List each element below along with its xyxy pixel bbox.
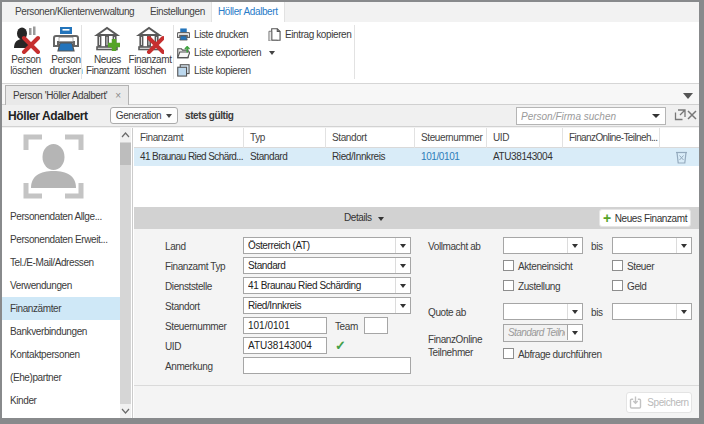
copy-entry-icon	[268, 28, 281, 41]
liste-exportieren-button[interactable]: Liste exportieren	[177, 45, 275, 60]
quote-von-select[interactable]	[503, 303, 583, 320]
close-panel-icon[interactable]	[686, 109, 699, 122]
dienststelle-select[interactable]: 41 Braunau Ried Schärding	[243, 277, 411, 294]
liste-drucken-label: Liste drucken	[194, 29, 248, 40]
ribbon-tab-strip: Personen/Klientenverwaltung Einstellunge…	[2, 2, 699, 22]
finanzamt-loeschen-label-2: löschen	[127, 66, 173, 77]
label-finanzonline-line2: Teilnehmer	[428, 347, 473, 358]
document-tab-strip: Person 'Höller Adalbert' ×	[2, 84, 699, 105]
details-chevron-icon	[378, 217, 384, 221]
ribbon-tab-hoeller-adalbert[interactable]: Höller Adalbert	[211, 2, 285, 22]
label-steuernummer: Steuernummer	[165, 321, 226, 332]
search-input[interactable]	[521, 108, 649, 124]
sidebar-item-kinder[interactable]: Kinder	[2, 389, 121, 412]
vollmacht-bis-select[interactable]	[612, 237, 692, 254]
sidebar-item-finanzaemter[interactable]: Finanzämter	[2, 297, 121, 320]
column-header-finanzonline[interactable]: FinanzOnline-Teilneh...	[563, 128, 660, 148]
scroll-down-icon[interactable]	[120, 404, 131, 418]
scrollbar-thumb[interactable]	[120, 143, 131, 165]
ribbon-tab-einstellungen[interactable]: Einstellungen	[144, 2, 211, 22]
chevron-down-icon	[395, 298, 410, 313]
print-icon	[177, 28, 190, 41]
geld-checkbox[interactable]	[612, 280, 623, 291]
sidebar-item-personendaten-erweitert[interactable]: Personendaten Erweit...	[2, 228, 121, 251]
speichern-button[interactable]: Speichern	[626, 392, 692, 413]
ribbon-group-separator	[173, 25, 174, 79]
column-header-typ[interactable]: Typ	[244, 128, 326, 148]
bank-add-icon	[94, 26, 122, 54]
search-chevron-icon[interactable]	[652, 114, 660, 118]
anmerkung-input[interactable]	[243, 357, 411, 374]
quote-von-value	[508, 305, 565, 318]
scroll-up-icon[interactable]	[120, 128, 131, 142]
steuer-checkbox[interactable]	[612, 260, 623, 271]
column-header-uid[interactable]: UID	[487, 128, 563, 148]
sidebar: Personendaten Allge... Personendaten Erw…	[2, 128, 133, 418]
content-panel: Finanzamt Typ Standort Steuernummer UID …	[134, 128, 699, 418]
chevron-down-icon	[166, 114, 172, 118]
generation-button[interactable]: Generation	[110, 107, 178, 124]
eintrag-kopieren-button[interactable]: Eintrag kopieren	[268, 27, 351, 42]
person-loeschen-button[interactable]: Person löschen	[6, 24, 46, 82]
land-select[interactable]: Österreich (AT)	[243, 237, 411, 254]
eintrag-kopieren-label: Eintrag kopieren	[285, 29, 351, 40]
label-team: Team	[335, 321, 358, 332]
abfrage-checkbox[interactable]	[503, 348, 514, 359]
ribbon-body: Person löschen Person drucken	[2, 22, 699, 84]
standort-select[interactable]: Ried/Innkreis	[243, 297, 411, 314]
details-toggle[interactable]: Details	[134, 207, 594, 229]
label-dienststelle: Dienststelle	[165, 281, 212, 292]
person-print-icon	[52, 26, 80, 54]
steuernummer-input[interactable]	[243, 317, 327, 334]
neues-finanzamt-detail-button[interactable]: + Neues Finanzamt	[599, 209, 691, 227]
chevron-down-icon	[395, 278, 410, 293]
label-quote-ab: Quote ab	[428, 307, 466, 318]
finanzamt-loeschen-button[interactable]: Finanzamt löschen	[127, 24, 173, 82]
table-row[interactable]: 41 Braunau Ried Schärd... Standard Ried/…	[134, 148, 699, 166]
column-header-steuernummer[interactable]: Steuernummer	[415, 128, 487, 148]
close-icon[interactable]: ×	[115, 91, 120, 101]
table-header: Finanzamt Typ Standort Steuernummer UID …	[134, 128, 699, 148]
finanzamt-typ-select[interactable]: Standard	[243, 257, 411, 274]
uid-input[interactable]	[243, 337, 327, 354]
liste-kopieren-button[interactable]: Liste kopieren	[177, 63, 251, 78]
document-tab-person[interactable]: Person 'Höller Adalbert' ×	[5, 85, 129, 105]
liste-drucken-button[interactable]: Liste drucken	[177, 27, 248, 42]
team-input[interactable]	[364, 317, 388, 334]
person-drucken-button[interactable]: Person drucken	[46, 24, 86, 82]
sidebar-scrollbar[interactable]	[120, 128, 131, 418]
person-drucken-label-1: Person	[46, 55, 86, 66]
neues-finanzamt-button[interactable]: Neues Finanzamt	[85, 24, 130, 82]
details-label: Details	[344, 212, 372, 223]
tab-list-chevron-icon[interactable]	[683, 93, 693, 99]
zustellung-label: Zustellung	[518, 281, 560, 292]
finanzonline-teilnehmer-value: Standard Teilnehmer	[508, 326, 565, 339]
ribbon-group-separator	[81, 25, 82, 79]
label-vollmacht-ab: Vollmacht ab	[428, 241, 480, 252]
zustellung-checkbox[interactable]	[503, 280, 514, 291]
sidebar-item-kontaktpersonen[interactable]: Kontaktpersonen	[2, 343, 121, 366]
chevron-down-icon	[567, 238, 582, 253]
cell-uid: ATU38143004	[487, 148, 563, 166]
sidebar-item-personendaten-allgemein[interactable]: Personendaten Allge...	[2, 205, 121, 228]
label-quote-bis: bis	[591, 307, 603, 318]
cell-steuernummer[interactable]: 101/0101	[415, 148, 487, 166]
label-finanzonline-line1: FinanzOnline	[428, 334, 482, 345]
sidebar-item-tel-email-adressen[interactable]: Tel./E-Mail/Adressen	[2, 251, 121, 274]
scrollbar-track[interactable]	[120, 142, 131, 404]
sidebar-item-verwendungen[interactable]: Verwendungen	[2, 274, 121, 297]
vollmacht-von-select[interactable]	[503, 237, 583, 254]
column-header-standort[interactable]: Standort	[326, 128, 415, 148]
finanzonline-teilnehmer-select[interactable]: Standard Teilnehmer	[503, 324, 583, 342]
delete-row-icon[interactable]	[675, 150, 688, 164]
akteneinsicht-checkbox[interactable]	[503, 260, 514, 271]
dienststelle-value: 41 Braunau Ried Schärding	[248, 279, 393, 292]
label-finanzonline-teilnehmer: FinanzOnlineTeilnehmer	[428, 333, 482, 359]
chevron-down-icon	[567, 304, 582, 319]
form-footer: Speichern	[134, 385, 699, 418]
ribbon-tab-personen[interactable]: Personen/Klientenverwaltung	[9, 2, 140, 22]
sidebar-item-bankverbindungen[interactable]: Bankverbindungen	[2, 320, 121, 343]
column-header-finanzamt[interactable]: Finanzamt	[134, 128, 244, 148]
quote-bis-select[interactable]	[612, 303, 692, 320]
sidebar-item-ehepartner[interactable]: (Ehe)partner	[2, 366, 121, 389]
